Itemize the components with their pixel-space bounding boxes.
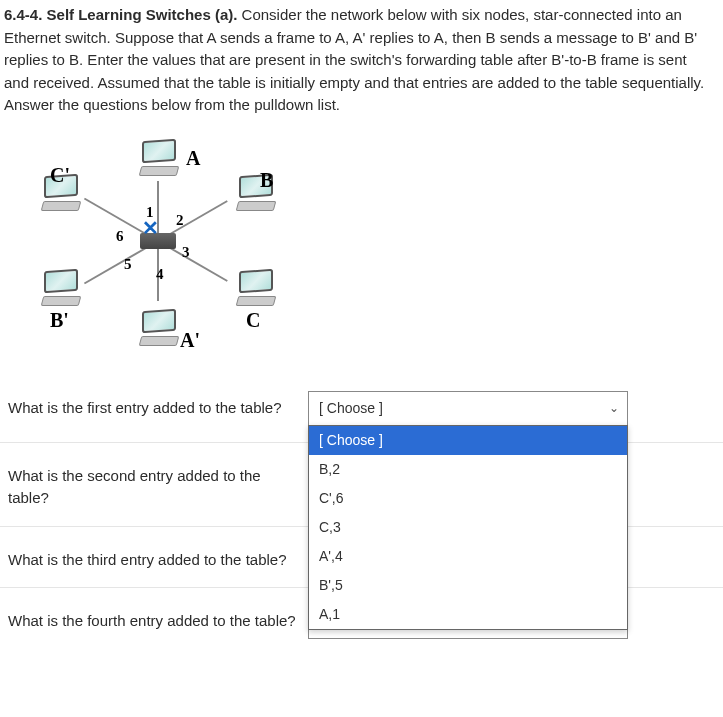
port-6: 6 (116, 225, 124, 248)
question-number: 6.4-4. (4, 6, 42, 23)
dropdown-option[interactable]: B,2 (309, 455, 627, 484)
question-1-select[interactable]: [ Choose ] ⌄ (308, 391, 628, 426)
network-diagram: ✕ A B C A' B' C' 1 2 3 4 5 6 (0, 125, 723, 375)
question-header: 6.4-4. Self Learning Switches (a). Consi… (0, 0, 723, 125)
dropdown-option[interactable]: C,3 (309, 513, 627, 542)
port-1: 1 (146, 201, 154, 224)
question-row-1: What is the first entry added to the tab… (0, 375, 723, 443)
question-1-text: What is the first entry added to the tab… (8, 391, 298, 420)
computer-Aprime (138, 310, 182, 346)
label-C: C (246, 305, 260, 335)
label-Aprime: A' (180, 325, 200, 355)
computer-C (235, 270, 279, 306)
port-5: 5 (124, 253, 132, 276)
port-2: 2 (176, 209, 184, 232)
dropdown-option[interactable]: [ Choose ] (309, 426, 627, 455)
dropdown-option[interactable]: C',6 (309, 484, 627, 513)
question-1-select-value: [ Choose ] (319, 400, 383, 416)
question-4-text: What is the fourth entry added to the ta… (8, 604, 298, 633)
question-2-text: What is the second entry added to the ta… (8, 459, 298, 510)
label-B: B (260, 165, 273, 195)
dropdown-option[interactable]: A,1 (309, 600, 627, 629)
port-4: 4 (156, 263, 164, 286)
dropdown-option[interactable]: B',5 (309, 571, 627, 600)
chevron-down-icon: ⌄ (609, 399, 619, 417)
computer-A (138, 140, 182, 176)
label-Bprime: B' (50, 305, 69, 335)
computer-Bprime (40, 270, 84, 306)
question-title: Self Learning Switches (a). (47, 6, 238, 23)
port-3: 3 (182, 241, 190, 264)
question-3-text: What is the third entry added to the tab… (8, 543, 298, 572)
label-A: A (186, 143, 200, 173)
dropdown-option[interactable]: A',4 (309, 542, 627, 571)
question-1-dropdown: [ Choose ] B,2 C',6 C,3 A',4 B',5 A,1 (308, 425, 628, 630)
label-Cprime: C' (50, 160, 70, 190)
